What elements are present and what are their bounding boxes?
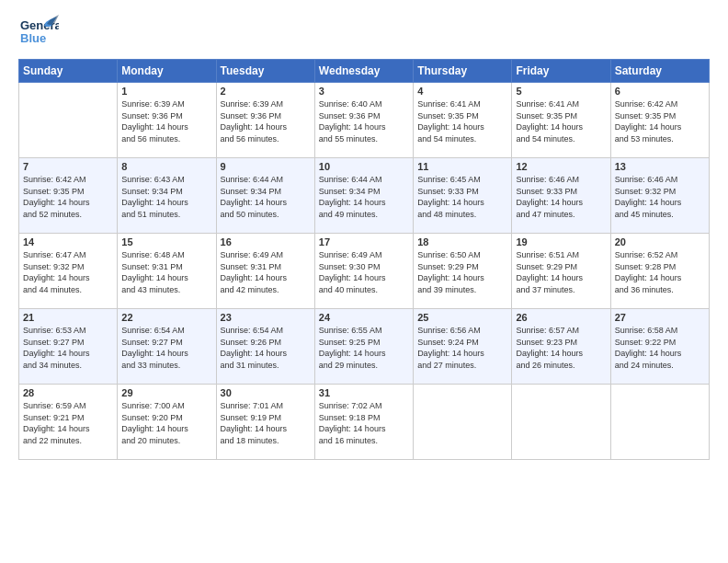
day-number: 18 bbox=[417, 236, 507, 247]
day-info: Sunrise: 6:39 AM Sunset: 9:36 PM Dayligh… bbox=[121, 98, 211, 144]
day-info: Sunrise: 6:55 AM Sunset: 9:25 PM Dayligh… bbox=[319, 325, 409, 371]
table-row: 22Sunrise: 6:54 AM Sunset: 9:27 PM Dayli… bbox=[118, 309, 216, 385]
header-saturday: Saturday bbox=[610, 60, 709, 83]
table-row: 1Sunrise: 6:39 AM Sunset: 9:36 PM Daylig… bbox=[118, 83, 216, 158]
day-info: Sunrise: 6:56 AM Sunset: 9:24 PM Dayligh… bbox=[417, 325, 507, 371]
header-tuesday: Tuesday bbox=[216, 60, 314, 83]
table-row: 13Sunrise: 6:46 AM Sunset: 9:32 PM Dayli… bbox=[610, 158, 709, 234]
table-row: 4Sunrise: 6:41 AM Sunset: 9:35 PM Daylig… bbox=[414, 83, 512, 158]
day-info: Sunrise: 6:39 AM Sunset: 9:36 PM Dayligh… bbox=[221, 98, 311, 144]
svg-text:Blue: Blue bbox=[20, 31, 46, 45]
day-info: Sunrise: 6:47 AM Sunset: 9:32 PM Dayligh… bbox=[23, 249, 113, 295]
day-info: Sunrise: 6:51 AM Sunset: 9:29 PM Dayligh… bbox=[516, 249, 606, 295]
calendar-week-row: 1Sunrise: 6:39 AM Sunset: 9:36 PM Daylig… bbox=[19, 83, 710, 158]
header-friday: Friday bbox=[512, 60, 610, 83]
day-info: Sunrise: 6:57 AM Sunset: 9:23 PM Dayligh… bbox=[516, 325, 606, 371]
table-row: 16Sunrise: 6:49 AM Sunset: 9:31 PM Dayli… bbox=[216, 234, 314, 309]
day-number: 8 bbox=[121, 161, 211, 172]
day-info: Sunrise: 6:59 AM Sunset: 9:21 PM Dayligh… bbox=[23, 400, 113, 446]
day-info: Sunrise: 6:58 AM Sunset: 9:22 PM Dayligh… bbox=[615, 325, 705, 371]
table-row: 12Sunrise: 6:46 AM Sunset: 9:33 PM Dayli… bbox=[512, 158, 610, 234]
table-row: 11Sunrise: 6:45 AM Sunset: 9:33 PM Dayli… bbox=[414, 158, 512, 234]
day-info: Sunrise: 6:41 AM Sunset: 9:35 PM Dayligh… bbox=[516, 98, 606, 144]
table-row: 10Sunrise: 6:44 AM Sunset: 9:34 PM Dayli… bbox=[314, 158, 413, 234]
day-info: Sunrise: 6:54 AM Sunset: 9:27 PM Dayligh… bbox=[121, 325, 211, 371]
day-info: Sunrise: 6:53 AM Sunset: 9:27 PM Dayligh… bbox=[23, 325, 113, 371]
page: General Blue Sunday Monday Tuesday Wedne… bbox=[0, 0, 728, 563]
day-number: 16 bbox=[221, 236, 311, 247]
day-info: Sunrise: 6:52 AM Sunset: 9:28 PM Dayligh… bbox=[615, 249, 705, 295]
header-sunday: Sunday bbox=[19, 60, 118, 83]
table-row: 15Sunrise: 6:48 AM Sunset: 9:31 PM Dayli… bbox=[118, 234, 216, 309]
day-number: 3 bbox=[319, 86, 409, 97]
day-number: 13 bbox=[615, 161, 705, 172]
day-number: 12 bbox=[516, 161, 606, 172]
calendar-week-row: 7Sunrise: 6:42 AM Sunset: 9:35 PM Daylig… bbox=[19, 158, 710, 234]
logo: General Blue bbox=[18, 15, 59, 50]
calendar-week-row: 14Sunrise: 6:47 AM Sunset: 9:32 PM Dayli… bbox=[19, 234, 710, 309]
day-info: Sunrise: 7:01 AM Sunset: 9:19 PM Dayligh… bbox=[221, 400, 311, 446]
day-number: 9 bbox=[221, 161, 311, 172]
header-wednesday: Wednesday bbox=[314, 60, 413, 83]
day-info: Sunrise: 6:45 AM Sunset: 9:33 PM Dayligh… bbox=[417, 174, 507, 220]
table-row: 30Sunrise: 7:01 AM Sunset: 9:19 PM Dayli… bbox=[216, 385, 314, 460]
day-info: Sunrise: 6:43 AM Sunset: 9:34 PM Dayligh… bbox=[121, 174, 211, 220]
table-row: 26Sunrise: 6:57 AM Sunset: 9:23 PM Dayli… bbox=[512, 309, 610, 385]
table-row: 17Sunrise: 6:49 AM Sunset: 9:30 PM Dayli… bbox=[314, 234, 413, 309]
day-number: 26 bbox=[516, 312, 606, 323]
table-row: 3Sunrise: 6:40 AM Sunset: 9:36 PM Daylig… bbox=[314, 83, 413, 158]
table-row: 7Sunrise: 6:42 AM Sunset: 9:35 PM Daylig… bbox=[19, 158, 118, 234]
table-row bbox=[19, 83, 118, 158]
table-row: 21Sunrise: 6:53 AM Sunset: 9:27 PM Dayli… bbox=[19, 309, 118, 385]
day-number: 6 bbox=[615, 86, 705, 97]
day-info: Sunrise: 6:44 AM Sunset: 9:34 PM Dayligh… bbox=[221, 174, 311, 220]
calendar-week-row: 28Sunrise: 6:59 AM Sunset: 9:21 PM Dayli… bbox=[19, 385, 710, 460]
day-info: Sunrise: 7:00 AM Sunset: 9:20 PM Dayligh… bbox=[121, 400, 211, 446]
day-number: 5 bbox=[516, 86, 606, 97]
table-row bbox=[414, 385, 512, 460]
table-row: 23Sunrise: 6:54 AM Sunset: 9:26 PM Dayli… bbox=[216, 309, 314, 385]
table-row: 9Sunrise: 6:44 AM Sunset: 9:34 PM Daylig… bbox=[216, 158, 314, 234]
day-info: Sunrise: 6:46 AM Sunset: 9:32 PM Dayligh… bbox=[615, 174, 705, 220]
day-number: 21 bbox=[23, 312, 113, 323]
table-row: 28Sunrise: 6:59 AM Sunset: 9:21 PM Dayli… bbox=[19, 385, 118, 460]
logo-icon: General Blue bbox=[18, 15, 59, 50]
day-number: 11 bbox=[417, 161, 507, 172]
day-number: 15 bbox=[121, 236, 211, 247]
day-info: Sunrise: 6:42 AM Sunset: 9:35 PM Dayligh… bbox=[23, 174, 113, 220]
day-info: Sunrise: 6:42 AM Sunset: 9:35 PM Dayligh… bbox=[615, 98, 705, 144]
table-row: 8Sunrise: 6:43 AM Sunset: 9:34 PM Daylig… bbox=[118, 158, 216, 234]
day-number: 27 bbox=[615, 312, 705, 323]
table-row bbox=[512, 385, 610, 460]
day-info: Sunrise: 6:44 AM Sunset: 9:34 PM Dayligh… bbox=[319, 174, 409, 220]
header: General Blue bbox=[18, 15, 710, 50]
day-info: Sunrise: 6:49 AM Sunset: 9:30 PM Dayligh… bbox=[319, 249, 409, 295]
table-row: 2Sunrise: 6:39 AM Sunset: 9:36 PM Daylig… bbox=[216, 83, 314, 158]
header-thursday: Thursday bbox=[414, 60, 512, 83]
table-row bbox=[610, 385, 709, 460]
day-number: 25 bbox=[417, 312, 507, 323]
day-info: Sunrise: 6:40 AM Sunset: 9:36 PM Dayligh… bbox=[319, 98, 409, 144]
table-row: 29Sunrise: 7:00 AM Sunset: 9:20 PM Dayli… bbox=[118, 385, 216, 460]
table-row: 31Sunrise: 7:02 AM Sunset: 9:18 PM Dayli… bbox=[314, 385, 413, 460]
day-number: 23 bbox=[221, 312, 311, 323]
day-info: Sunrise: 6:50 AM Sunset: 9:29 PM Dayligh… bbox=[417, 249, 507, 295]
day-number: 29 bbox=[121, 387, 211, 398]
day-number: 7 bbox=[23, 161, 113, 172]
table-row: 27Sunrise: 6:58 AM Sunset: 9:22 PM Dayli… bbox=[610, 309, 709, 385]
day-info: Sunrise: 6:46 AM Sunset: 9:33 PM Dayligh… bbox=[516, 174, 606, 220]
day-number: 22 bbox=[121, 312, 211, 323]
day-info: Sunrise: 6:54 AM Sunset: 9:26 PM Dayligh… bbox=[221, 325, 311, 371]
day-info: Sunrise: 6:49 AM Sunset: 9:31 PM Dayligh… bbox=[221, 249, 311, 295]
calendar-week-row: 21Sunrise: 6:53 AM Sunset: 9:27 PM Dayli… bbox=[19, 309, 710, 385]
day-info: Sunrise: 7:02 AM Sunset: 9:18 PM Dayligh… bbox=[319, 400, 409, 446]
day-number: 1 bbox=[121, 86, 211, 97]
table-row: 24Sunrise: 6:55 AM Sunset: 9:25 PM Dayli… bbox=[314, 309, 413, 385]
day-info: Sunrise: 6:41 AM Sunset: 9:35 PM Dayligh… bbox=[417, 98, 507, 144]
calendar-table: Sunday Monday Tuesday Wednesday Thursday… bbox=[18, 59, 710, 460]
day-number: 10 bbox=[319, 161, 409, 172]
table-row: 5Sunrise: 6:41 AM Sunset: 9:35 PM Daylig… bbox=[512, 83, 610, 158]
day-number: 4 bbox=[417, 86, 507, 97]
day-info: Sunrise: 6:48 AM Sunset: 9:31 PM Dayligh… bbox=[121, 249, 211, 295]
table-row: 19Sunrise: 6:51 AM Sunset: 9:29 PM Dayli… bbox=[512, 234, 610, 309]
